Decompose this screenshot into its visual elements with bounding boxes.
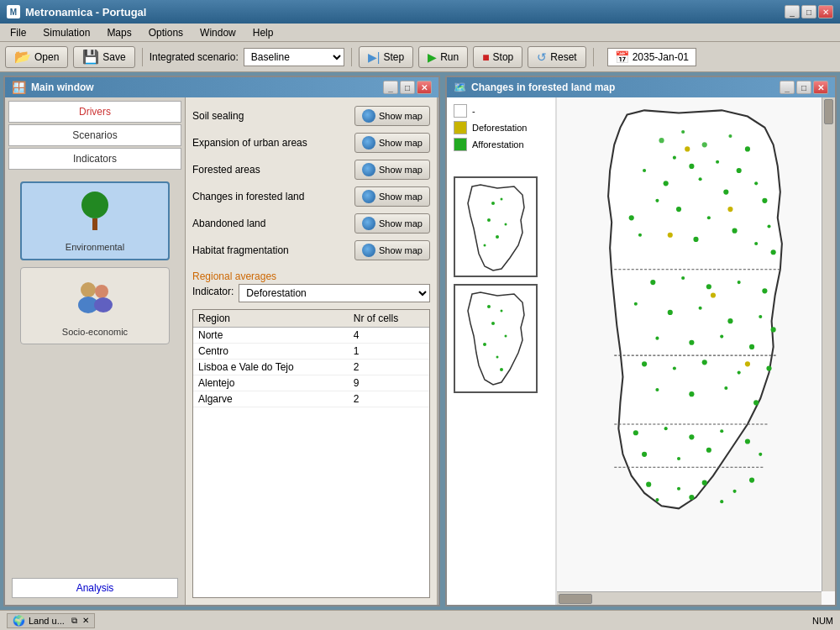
svg-point-26 — [716, 160, 719, 164]
legend-label-2: Afforestation — [472, 139, 524, 150]
svg-point-50 — [668, 310, 673, 315]
svg-point-0 — [81, 192, 108, 218]
close-button[interactable]: ✕ — [818, 5, 833, 18]
show-map-button-3[interactable]: Show map — [354, 186, 430, 207]
svg-point-28 — [643, 169, 646, 172]
svg-point-80 — [733, 490, 737, 493]
show-map-button-2[interactable]: Show map — [354, 160, 430, 180]
region-cells-4: 2 — [349, 391, 429, 407]
globe-icon-4 — [362, 217, 375, 230]
indicator-name-2: Forested areas — [192, 164, 354, 176]
indicators-button[interactable]: Indicators — [8, 148, 181, 170]
legend-color-2 — [454, 138, 467, 151]
inner-close[interactable]: ✕ — [417, 81, 432, 94]
svg-point-65 — [689, 391, 694, 396]
map-window-icon: 🗺️ — [454, 81, 466, 93]
svg-point-11 — [484, 244, 486, 247]
map-thumbnail-2 — [454, 284, 538, 393]
menu-maps[interactable]: Maps — [100, 25, 138, 40]
svg-point-66 — [724, 386, 727, 390]
svg-point-20 — [681, 130, 685, 134]
svg-point-27 — [737, 168, 742, 173]
show-map-button-5[interactable]: Show map — [354, 240, 430, 260]
scenario-label: Integrated scenario: — [150, 51, 239, 63]
analysis-button[interactable]: Analysis — [12, 578, 178, 598]
reset-button[interactable]: ↺ Reset — [528, 46, 585, 68]
portugal-map-svg — [557, 97, 835, 605]
show-map-button-0[interactable]: Show map — [354, 106, 430, 126]
maximize-button[interactable]: □ — [801, 5, 816, 18]
title-bar: M Metronamica - Portugal _ □ ✕ — [0, 0, 840, 24]
globe-icon-5 — [362, 244, 375, 257]
main-map-area[interactable] — [556, 97, 835, 605]
taskbar-label: Land u... — [29, 616, 65, 626]
map-minimize[interactable]: _ — [780, 81, 795, 94]
legend-color-0 — [454, 104, 467, 118]
svg-point-57 — [720, 335, 723, 339]
inner-maximize[interactable]: □ — [400, 81, 415, 94]
svg-point-83 — [689, 495, 694, 500]
menu-window[interactable]: Window — [193, 25, 243, 40]
table-row-1: Centro 1 — [193, 344, 429, 360]
stop-button[interactable]: ■ Stop — [473, 46, 522, 68]
menu-simulation[interactable]: Simulation — [36, 25, 97, 40]
socioeconomic-category[interactable]: Socio-economic — [20, 267, 170, 344]
svg-point-61 — [702, 360, 707, 365]
window-icon: 🪟 — [12, 81, 26, 94]
map-maximize[interactable]: □ — [796, 81, 811, 94]
menu-help[interactable]: Help — [246, 25, 281, 40]
menu-options[interactable]: Options — [142, 25, 190, 40]
deforestation-select[interactable]: Deforestation Afforestation Soil sealing — [239, 284, 430, 302]
svg-point-70 — [689, 434, 694, 439]
inner-minimize[interactable]: _ — [383, 81, 398, 94]
svg-point-64 — [655, 388, 659, 391]
region-name-1: Centro — [193, 344, 349, 360]
show-map-button-4[interactable]: Show map — [354, 213, 430, 234]
svg-point-19 — [659, 138, 664, 143]
svg-point-2 — [81, 282, 96, 297]
indicator-row-3: Changes in forested land Show map — [192, 185, 430, 208]
left-panel: Drivers Scenarios Indicators Environment… — [5, 97, 186, 605]
scenarios-button[interactable]: Scenarios — [8, 124, 181, 146]
divider-3 — [593, 48, 594, 66]
svg-point-44 — [650, 280, 655, 285]
region-name-3: Alentejo — [193, 375, 349, 391]
taskbar-item[interactable]: 🌍 Land u... ⧉ ✕ — [7, 613, 95, 628]
run-button[interactable]: ▶ Run — [418, 46, 468, 68]
show-map-button-1[interactable]: Show map — [354, 133, 430, 153]
calendar-icon: 📅 — [615, 50, 629, 64]
taskbar-close-icon[interactable]: ✕ — [82, 616, 89, 625]
environmental-category[interactable]: Environmental — [20, 181, 170, 260]
map-scrollbar-v[interactable] — [822, 97, 835, 591]
region-cells-3: 9 — [349, 375, 429, 391]
date-value: 2035-Jan-01 — [633, 51, 689, 63]
svg-point-68 — [633, 430, 638, 435]
region-name-0: Norte — [193, 328, 349, 344]
svg-point-47 — [738, 281, 741, 284]
svg-point-15 — [505, 335, 507, 338]
indicator-row-1: Expansion of urban areas Show map — [192, 131, 430, 155]
svg-point-73 — [759, 453, 762, 456]
save-button[interactable]: 💾 Save — [73, 46, 134, 68]
svg-rect-1 — [92, 218, 97, 230]
svg-point-9 — [505, 223, 507, 226]
map-close[interactable]: ✕ — [813, 81, 828, 94]
open-button[interactable]: 📂 Open — [5, 46, 68, 68]
main-window-title: 🪟 Main window _ □ ✕ — [5, 77, 438, 97]
status-bar: 🌍 Land u... ⧉ ✕ NUM — [0, 610, 840, 630]
stop-icon: ■ — [482, 50, 489, 64]
minimize-button[interactable]: _ — [785, 5, 800, 18]
svg-point-21 — [702, 142, 707, 147]
legend-item-1: Deforestation — [454, 121, 549, 134]
step-button[interactable]: ▶| Step — [359, 46, 413, 68]
svg-point-13 — [501, 310, 503, 312]
menu-file[interactable]: File — [3, 25, 33, 40]
globe-icon-3 — [362, 190, 375, 203]
socioeconomic-icon — [70, 275, 120, 325]
drivers-button[interactable]: Drivers — [8, 101, 181, 123]
region-cells-0: 4 — [349, 328, 429, 344]
map-scrollbar-h[interactable] — [557, 591, 822, 605]
scenario-select[interactable]: Baseline — [244, 48, 344, 66]
svg-point-43 — [771, 249, 776, 255]
svg-point-58 — [749, 344, 754, 349]
